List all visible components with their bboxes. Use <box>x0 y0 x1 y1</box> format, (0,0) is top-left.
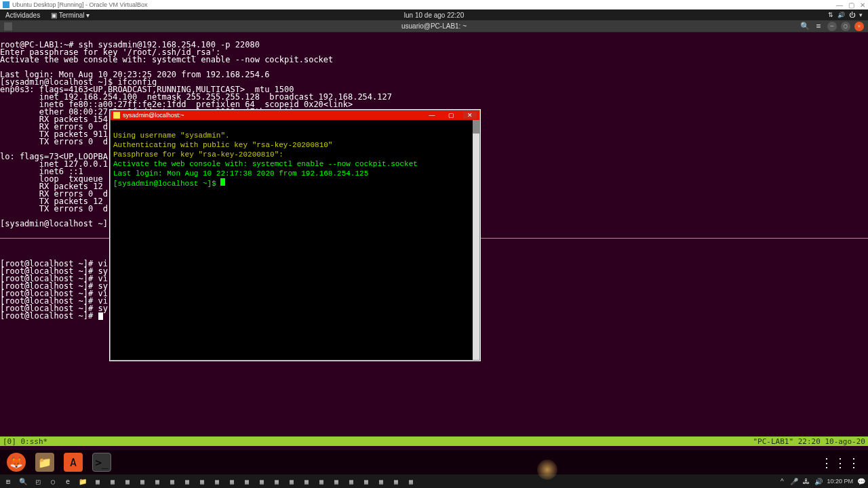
putty-minimize-button[interactable]: — <box>425 112 439 119</box>
app-icon-7[interactable]: ▦ <box>212 476 222 487</box>
window-minimize-button[interactable]: — <box>827 22 837 31</box>
app-icon-10[interactable]: ▦ <box>256 476 267 487</box>
app-icon-14[interactable]: ▦ <box>316 476 327 487</box>
app-icon-18[interactable]: ▦ <box>376 476 387 487</box>
tray-volume-icon[interactable]: 🔊 <box>814 476 823 487</box>
terminal-titlebar: usuario@PC-LAB1: ~ 🔍 ≡ — ▢ ✕ <box>0 20 868 33</box>
files-icon[interactable]: 📁 <box>35 453 54 472</box>
app-icon-20[interactable]: ▦ <box>406 476 416 487</box>
search-icon[interactable]: 🔍 <box>800 22 810 31</box>
app-icon-15[interactable]: ▦ <box>331 476 342 487</box>
taskbar-clock[interactable]: 10:20 PM <box>827 478 853 485</box>
window-maximize-button[interactable]: ▢ <box>841 22 850 31</box>
app-icon-19[interactable]: ▦ <box>391 476 401 487</box>
firefox-icon[interactable]: 🦊 <box>7 453 26 472</box>
window-close-button[interactable]: ✕ <box>854 22 864 31</box>
putty-titlebar[interactable]: sysadmin@localhost:~ — ▢ ✕ <box>111 110 479 120</box>
putty-scrollbar[interactable] <box>473 120 479 360</box>
vbox-minimize-button[interactable]: — <box>836 1 843 9</box>
gnome-topbar: Actividades ▣ Terminal ▾ lun 10 de ago 2… <box>0 9 868 20</box>
software-icon[interactable]: A <box>64 453 83 472</box>
search-taskbar-icon[interactable]: 🔍 <box>18 476 28 487</box>
virtualbox-title: Ubuntu Desktop [Running] - Oracle VM Vir… <box>12 1 147 8</box>
terminal-icon[interactable]: >_ <box>92 453 111 472</box>
vbox-close-button[interactable]: ✕ <box>860 1 865 9</box>
edge-icon[interactable]: e <box>62 476 73 487</box>
app-icon-9[interactable]: ▦ <box>241 476 252 487</box>
app-menu[interactable]: ▣ Terminal ▾ <box>51 12 90 19</box>
virtualbox-taskbar-icon[interactable]: ▦ <box>167 476 178 487</box>
start-button[interactable]: ⊞ <box>3 476 14 487</box>
app-icon-5[interactable]: ▦ <box>152 476 163 487</box>
hamburger-menu-icon[interactable]: ≡ <box>814 22 823 31</box>
status-arrow-icon[interactable]: ▾ <box>859 12 863 18</box>
notifications-icon[interactable]: 💬 <box>857 476 865 487</box>
putty-title-text: sysadmin@localhost:~ <box>123 112 184 119</box>
activities-button[interactable]: Actividades <box>5 12 40 19</box>
app-icon-13[interactable]: ▦ <box>301 476 312 487</box>
putty-taskbar-icon[interactable]: ▦ <box>182 476 193 487</box>
app-icon-12[interactable]: ▦ <box>286 476 297 487</box>
app-icon[interactable]: ▦ <box>92 476 103 487</box>
tray-mic-icon[interactable]: 🎤 <box>790 476 798 487</box>
tray-network-icon[interactable]: 🖧 <box>802 476 810 487</box>
clock[interactable]: lun 10 de ago 22:20 <box>404 12 464 19</box>
putty-window: sysadmin@localhost:~ — ▢ ✕ Using usernam… <box>110 110 480 361</box>
app-icon-11[interactable]: ▦ <box>271 476 282 487</box>
app-icon-8[interactable]: ▦ <box>226 476 237 487</box>
app-icon-4[interactable]: ▦ <box>137 476 148 487</box>
app-icon-16[interactable]: ▦ <box>346 476 357 487</box>
app-icon-6[interactable]: ▦ <box>197 476 208 487</box>
tmux-status-bar: [0] 0:ssh* "PC-LAB1" 22:20 10-ago-20 <box>0 436 868 446</box>
tmux-clock: "PC-LAB1" 22:20 10-ago-20 <box>753 437 865 446</box>
terminal-title: usuario@PC-LAB1: ~ <box>401 22 467 30</box>
explorer-icon[interactable]: 📁 <box>77 476 88 487</box>
task-view-icon[interactable]: ◰ <box>33 476 43 487</box>
cortana-icon[interactable]: ○ <box>47 476 58 487</box>
app-icon-3[interactable]: ▦ <box>122 476 133 487</box>
putty-close-button[interactable]: ✕ <box>463 112 477 119</box>
new-tab-button[interactable] <box>4 22 12 30</box>
putty-icon <box>113 112 120 119</box>
volume-icon[interactable]: 🔊 <box>837 12 845 18</box>
app-icon-17[interactable]: ▦ <box>361 476 372 487</box>
tray-chevron-icon[interactable]: ^ <box>778 476 786 487</box>
network-icon[interactable]: ⇅ <box>828 12 833 18</box>
virtualbox-icon <box>3 1 9 8</box>
app-grid-icon[interactable]: ⋮⋮⋮ <box>821 455 861 470</box>
putty-maximize-button[interactable]: ▢ <box>444 112 458 119</box>
tmux-session-info: [0] 0:ssh* <box>3 437 47 446</box>
power-icon[interactable]: ⏻ <box>849 12 855 18</box>
app-icon-2[interactable]: ▦ <box>107 476 118 487</box>
windows-taskbar: ⊞ 🔍 ◰ ○ e 📁 ▦ ▦ ▦ ▦ ▦ ▦ ▦ ▦ ▦ ▦ ▦ ▦ ▦ ▦ … <box>0 474 868 488</box>
putty-terminal[interactable]: Using username "sysadmin".Authenticating… <box>111 120 479 360</box>
gnome-dock: 🦊 📁 A >_ ⋮⋮⋮ <box>0 450 868 474</box>
vbox-maximize-button[interactable]: ▢ <box>848 1 854 9</box>
virtualbox-titlebar: Ubuntu Desktop [Running] - Oracle VM Vir… <box>0 0 868 9</box>
